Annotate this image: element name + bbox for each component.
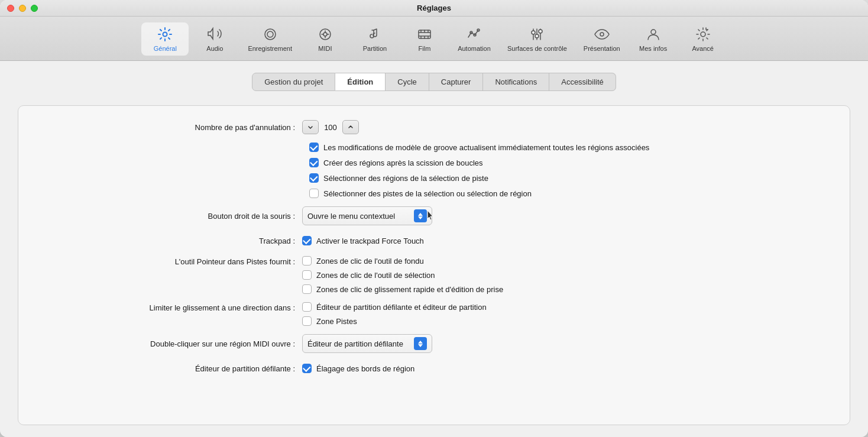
dropdown-bouton-droit[interactable]: Ouvre le menu contextuel	[302, 206, 432, 225]
stepper-down-btn[interactable]	[302, 120, 319, 134]
toolbar-item-mesinfos[interactable]: Mes infos	[630, 22, 677, 56]
checkbox-row-fondu: Zones de clic de l'outil de fondu	[302, 256, 424, 266]
traffic-lights	[7, 5, 38, 12]
label-double-cliquer: Double-cliquer sur une région MIDI ouvre…	[42, 339, 302, 348]
label-groove: Les modifications de modèle de groove ac…	[323, 143, 649, 152]
audio-icon	[207, 26, 222, 43]
midi-icon	[318, 26, 333, 43]
checkbox-row-trackpad: Activer le trackpad Force Touch	[302, 236, 424, 245]
toolbar-item-general[interactable]: Général	[141, 22, 189, 56]
checkbox-selectionner-regions[interactable]	[309, 173, 319, 183]
toolbar-label-enregistrement: Enregistrement	[248, 45, 292, 52]
subtab-capturer[interactable]: Capturer	[429, 73, 484, 91]
toolbar-item-automation[interactable]: Automation	[451, 22, 498, 56]
svg-point-12	[532, 31, 535, 34]
checkbox-zone-pistes[interactable]	[302, 316, 312, 326]
row-nombre-pas: Nombre de pas d'annulation : 100	[42, 120, 826, 134]
checkboxes-top-group: Les modifications de modèle de groove ac…	[42, 143, 826, 198]
svg-point-13	[535, 34, 539, 38]
label-outil-pointeur: L'outil Pointeur dans Pistes fournit :	[42, 256, 302, 266]
gear-icon	[157, 26, 173, 43]
toolbar-item-enregistrement[interactable]: Enregistrement	[241, 22, 299, 56]
subtab-notifications[interactable]: Notifications	[483, 73, 549, 91]
toolbar-label-partition: Partition	[363, 45, 387, 52]
main-content: Gestion du projet Édition Cycle Capturer…	[0, 61, 868, 437]
checkbox-row-creer: Créer des régions après la scission de b…	[309, 158, 826, 167]
checkbox-row-zones-glissement: Zones de clic de glissement rapide et d'…	[302, 284, 503, 294]
checkbox-trackpad[interactable]	[302, 236, 312, 245]
toolbar-label-general: Général	[154, 45, 177, 52]
record-icon	[263, 26, 278, 43]
checkbox-selectionner-pistes[interactable]	[309, 189, 319, 198]
dropdown-double-cliquer[interactable]: Éditeur de partition défilante	[302, 334, 432, 353]
checkbox-groove[interactable]	[309, 143, 319, 152]
toolbar-item-presentation[interactable]: Présentation	[576, 22, 627, 56]
label-bouton-droit: Bouton droit de la souris :	[42, 212, 302, 221]
dropdown-double-cliquer-arrow	[414, 337, 427, 350]
row-limiter-glissement: Limiter le glissement à une direction da…	[42, 302, 826, 334]
label-nombre-pas: Nombre de pas d'annulation :	[42, 123, 302, 132]
checkbox-elagage[interactable]	[302, 364, 312, 373]
toolbar-item-surfaces[interactable]: Surfaces de contrôle	[500, 22, 574, 56]
svg-point-14	[539, 30, 542, 33]
window-title: Réglages	[417, 4, 451, 12]
score-icon	[367, 26, 383, 43]
svg-point-0	[163, 33, 167, 37]
row-trackpad: Trackpad : Activer le trackpad Force Tou…	[42, 234, 826, 248]
toolbar-item-avance[interactable]: Avancé	[679, 22, 727, 56]
dropdown-bouton-droit-text: Ouvre le menu contextuel	[307, 212, 409, 221]
label-selectionner-regions: Sélectionner des régions de la sélection…	[323, 174, 488, 183]
label-elagage: Élagage des bords de région	[316, 364, 414, 373]
subtab-cycle[interactable]: Cycle	[386, 73, 429, 91]
toolbar-item-audio[interactable]: Audio	[191, 22, 238, 56]
stepper-up-btn[interactable]	[342, 120, 359, 134]
subtab-gestion[interactable]: Gestion du projet	[252, 73, 335, 91]
toolbar-item-partition[interactable]: Partition	[351, 22, 399, 56]
toolbar-label-audio: Audio	[206, 45, 223, 52]
label-fondu: Zones de clic de l'outil de fondu	[316, 257, 424, 266]
toolbar-label-mesinfos: Mes infos	[639, 45, 667, 52]
label-trackpad: Trackpad :	[42, 237, 302, 245]
maximize-button[interactable]	[31, 5, 38, 12]
checkbox-row-elagage: Élagage des bords de région	[302, 364, 414, 373]
settings-panel: Nombre de pas d'annulation : 100	[18, 105, 850, 425]
stepper-value: 100	[319, 123, 342, 132]
checkbox-zones-glissement[interactable]	[302, 284, 312, 294]
close-button[interactable]	[7, 5, 14, 12]
film-icon	[417, 26, 432, 43]
checkbox-creer[interactable]	[309, 158, 319, 167]
toolbar-label-automation: Automation	[458, 45, 491, 52]
svg-point-1	[265, 29, 276, 40]
toolbar-item-film[interactable]: Film	[401, 22, 448, 56]
advanced-icon	[695, 26, 711, 43]
label-creer: Créer des régions après la scission de b…	[323, 158, 483, 167]
control-nombre-pas: 100	[302, 120, 826, 134]
control-double-cliquer: Éditeur de partition défilante	[302, 334, 826, 353]
row-bouton-droit: Bouton droit de la souris : Ouvre le men…	[42, 206, 826, 225]
dropdown-double-cliquer-text: Éditeur de partition défilante	[307, 339, 409, 348]
toolbar-label-avance: Avancé	[692, 45, 714, 52]
toolbar-label-midi: MIDI	[318, 45, 332, 52]
toolbar-item-midi[interactable]: MIDI	[302, 22, 349, 56]
mixer-icon	[529, 26, 545, 43]
minimize-button[interactable]	[19, 5, 26, 12]
subtab-accessibilite[interactable]: Accessibilité	[549, 73, 616, 91]
row-outil-pointeur: L'outil Pointeur dans Pistes fournit : Z…	[42, 256, 826, 302]
checkbox-fondu[interactable]	[302, 256, 312, 266]
toolbar-label-presentation: Présentation	[584, 45, 620, 52]
checkbox-row-zones-selection: Zones de clic de l'outil de sélection	[302, 270, 435, 280]
label-zones-selection: Zones de clic de l'outil de sélection	[316, 271, 435, 280]
toolbar-label-surfaces: Surfaces de contrôle	[507, 45, 567, 52]
checkbox-row-groove: Les modifications de modèle de groove ac…	[309, 143, 826, 152]
titlebar: Réglages	[0, 0, 868, 17]
label-selectionner-pistes: Sélectionner des pistes de la sélection …	[323, 189, 532, 198]
checkbox-row-editeur-partition: Éditeur de partition défilante et éditeu…	[302, 302, 487, 312]
label-limiter-glissement: Limiter le glissement à une direction da…	[42, 302, 302, 312]
label-zone-pistes: Zone Pistes	[316, 317, 357, 326]
svg-point-4	[323, 33, 327, 36]
checkbox-zones-selection[interactable]	[302, 270, 312, 280]
checkbox-editeur-partition[interactable]	[302, 302, 312, 312]
checkbox-row-selectionner-regions: Sélectionner des régions de la sélection…	[309, 173, 826, 183]
subtab-edition[interactable]: Édition	[335, 73, 386, 91]
row-editeur-defilante: Éditeur de partition défilante : Élagage…	[42, 361, 826, 376]
